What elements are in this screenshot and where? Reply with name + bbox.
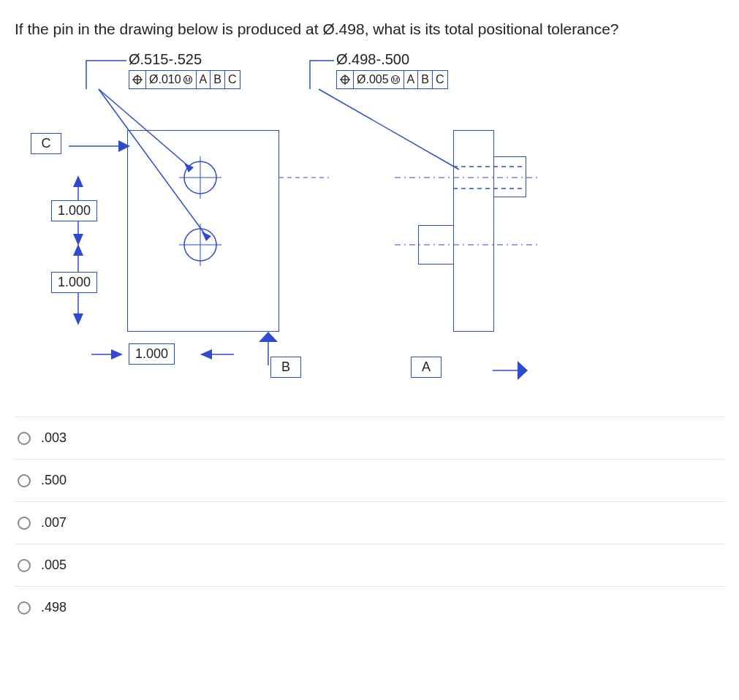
svg-marker-15 — [73, 175, 83, 187]
datum-c: C — [31, 133, 61, 154]
option-label: .003 — [41, 430, 67, 446]
answer-options: .003 .500 .007 .005 .498 — [15, 416, 724, 628]
leader-lines — [15, 51, 716, 402]
option-label: .498 — [41, 600, 67, 615]
radio-icon[interactable] — [18, 432, 31, 445]
svg-marker-27 — [518, 361, 528, 380]
radio-icon[interactable] — [18, 474, 31, 487]
svg-marker-21 — [111, 349, 123, 359]
svg-marker-18 — [73, 244, 83, 256]
basic-dim-h1: 1.000 — [129, 343, 175, 365]
option-1[interactable]: .003 — [15, 416, 724, 459]
side-view-plate — [453, 130, 494, 332]
datum-a: A — [411, 357, 441, 378]
svg-marker-19 — [73, 313, 83, 325]
radio-icon[interactable] — [18, 559, 31, 572]
engineering-drawing: Ø.515-.525 Ø.010M A B C Ø.498-.500 Ø.005… — [15, 51, 716, 402]
radio-icon[interactable] — [18, 601, 31, 615]
option-label: .500 — [41, 473, 67, 488]
svg-marker-25 — [259, 332, 278, 342]
option-5[interactable]: .498 — [15, 586, 724, 628]
side-view-pin — [494, 156, 526, 197]
option-label: .007 — [41, 515, 67, 530]
svg-marker-16 — [73, 234, 83, 246]
option-3[interactable]: .007 — [15, 501, 724, 544]
option-4[interactable]: .005 — [15, 544, 724, 586]
svg-marker-23 — [200, 349, 212, 359]
basic-dim-v2: 1.000 — [51, 272, 97, 293]
front-view-holes — [127, 130, 279, 332]
side-view-boss — [418, 225, 453, 265]
option-label: .005 — [41, 558, 67, 573]
question-text: If the pin in the drawing below is produ… — [15, 20, 724, 38]
radio-icon[interactable] — [18, 517, 31, 530]
option-2[interactable]: .500 — [15, 459, 724, 501]
basic-dim-v1: 1.000 — [51, 200, 97, 221]
datum-b: B — [270, 357, 301, 378]
